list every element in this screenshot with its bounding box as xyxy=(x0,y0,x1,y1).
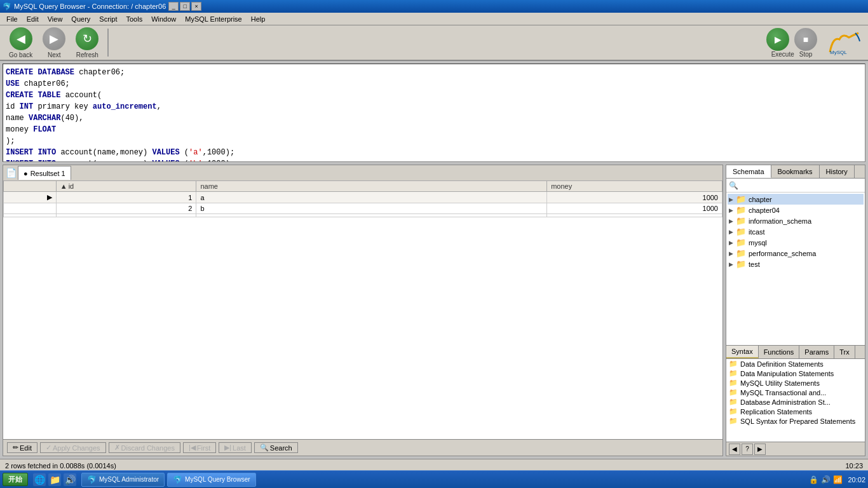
folder-icon-replication: 📁 xyxy=(729,407,738,416)
menu-file[interactable]: File xyxy=(3,14,22,24)
search-button[interactable]: 🔍 Search xyxy=(254,442,298,453)
stop-button[interactable]: ■ xyxy=(794,28,817,51)
tree-arrow-chapter04: ▶ xyxy=(729,207,733,214)
schema-item-performance-schema[interactable]: ▶ 📁 performance_schema xyxy=(728,248,864,259)
tab-schemata[interactable]: Schemata xyxy=(726,165,771,178)
table-row: 2 b 1000 xyxy=(4,203,722,214)
taskbar-icon-1[interactable]: 🌐 xyxy=(33,473,46,486)
syntax-item-mysql-utility[interactable]: 📁 MySQL Utility Statements xyxy=(726,378,865,388)
syntax-prev-button[interactable]: ◀ xyxy=(729,444,740,455)
syntax-item-mysql-transactional[interactable]: 📁 MySQL Transactional and... xyxy=(726,388,865,397)
schema-search-input[interactable] xyxy=(740,182,864,189)
syntax-more-button[interactable]: ▶ xyxy=(754,444,766,455)
folder-icon-mysql: 📁 xyxy=(736,238,746,247)
discard-icon: ✗ xyxy=(114,444,120,452)
go-back-icon: ◀ xyxy=(10,27,32,50)
results-area: 📄 ● Resultset 1 ▲id xyxy=(3,165,865,456)
syntax-list[interactable]: 📁 Data Definition Statements 📁 Data Mani… xyxy=(726,359,865,442)
minimize-button[interactable]: _ xyxy=(168,2,179,11)
menu-query[interactable]: Query xyxy=(67,14,94,24)
folder-icon-perf-schema: 📁 xyxy=(736,248,746,258)
toolbar-separator xyxy=(107,29,109,57)
close-button[interactable]: × xyxy=(191,2,201,11)
syntax-item-dds[interactable]: 📁 Data Definition Statements xyxy=(726,359,865,369)
schema-item-itcast[interactable]: ▶ 📁 itcast xyxy=(728,226,864,237)
resultset-tab[interactable]: ● Resultset 1 xyxy=(18,166,71,180)
stop-label: Stop xyxy=(799,51,813,58)
apply-changes-button[interactable]: ✓ Apply Changes xyxy=(40,442,106,453)
refresh-icon: ↻ xyxy=(76,27,98,50)
menu-tools[interactable]: Tools xyxy=(122,14,146,24)
menu-window[interactable]: Window xyxy=(147,14,180,24)
window-controls: _ □ × xyxy=(168,2,201,11)
syntax-next-button[interactable]: ? xyxy=(742,444,753,455)
col-money[interactable]: money xyxy=(547,181,722,192)
syntax-item-dms[interactable]: 📁 Data Manipulation Statements xyxy=(726,369,865,378)
syntax-item-sql-prepared[interactable]: 📁 SQL Syntax for Prepared Statements xyxy=(726,416,865,426)
table-row: ▶ 1 a 1000 xyxy=(4,192,722,203)
schema-tree[interactable]: ▶ 📁 chapter ▶ 📁 chapter04 ▶ 📁 informatio… xyxy=(726,193,865,345)
syntax-item-db-admin[interactable]: 📁 Database Administration St... xyxy=(726,397,865,407)
syntax-tabs: Syntax Functions Params Trx xyxy=(726,346,865,359)
cell-id: 2 xyxy=(56,203,196,214)
taskbar-icon-2[interactable]: 📁 xyxy=(48,473,61,486)
menu-edit[interactable]: Edit xyxy=(23,14,43,24)
resultset-tabs: 📄 ● Resultset 1 xyxy=(3,165,722,180)
folder-icon-chapter04: 📁 xyxy=(736,205,746,215)
result-toolbar: ✏ Edit ✓ Apply Changes ✗ Discard Changes… xyxy=(3,439,722,456)
schema-item-chapter04[interactable]: ▶ 📁 chapter04 xyxy=(728,205,864,215)
edit-button[interactable]: ✏ Edit xyxy=(7,442,37,453)
tree-arrow-mysql: ▶ xyxy=(729,240,733,246)
syntax-item-replication[interactable]: 📁 Replication Statements xyxy=(726,407,865,416)
menu-view[interactable]: View xyxy=(44,14,67,24)
schema-item-information-schema[interactable]: ▶ 📁 information_schema xyxy=(728,215,864,226)
schema-item-chapter[interactable]: ▶ 📁 chapter xyxy=(728,194,864,205)
first-button[interactable]: |◀ First xyxy=(183,442,216,453)
col-name[interactable]: name xyxy=(196,181,547,192)
schema-item-test[interactable]: ▶ 📁 test xyxy=(728,259,864,269)
schema-item-mysql[interactable]: ▶ 📁 mysql xyxy=(728,237,864,248)
new-tab-icon[interactable]: 📄 xyxy=(6,168,17,178)
menu-script[interactable]: Script xyxy=(95,14,121,24)
tab-bookmarks[interactable]: Bookmarks xyxy=(771,165,820,178)
go-back-button[interactable]: ◀ Go back xyxy=(5,26,36,60)
col-rownum xyxy=(4,181,57,192)
refresh-button[interactable]: ↻ Refresh xyxy=(72,26,102,60)
window-title: MySQL Query Browser - Connection: / chap… xyxy=(14,3,166,10)
first-icon: |◀ xyxy=(189,444,196,452)
stop-icon: ■ xyxy=(794,28,817,51)
sql-editor[interactable]: CREATE DATABASE chapter06; USE chapter06… xyxy=(3,64,865,162)
cell-money: 1000 xyxy=(547,203,722,214)
next-button[interactable]: ▶ Next xyxy=(39,26,69,60)
schema-tabs: Schemata Bookmarks History xyxy=(726,165,865,179)
last-button[interactable]: ▶| Last xyxy=(219,442,252,453)
taskbar-right: 🔒 🔊 📶 20:02 xyxy=(809,475,865,484)
row-arrow-cell xyxy=(4,203,57,214)
menu-help[interactable]: Help xyxy=(247,14,269,24)
tab-functions[interactable]: Functions xyxy=(759,346,800,358)
mysql-admin-taskbar-btn[interactable]: 🐬 MySQL Administrator xyxy=(81,473,165,487)
tab-history[interactable]: History xyxy=(820,165,855,178)
start-button[interactable]: 开始 xyxy=(3,473,28,486)
sys-tray: 🔒 🔊 📶 xyxy=(809,475,843,484)
execute-button[interactable]: ▶ xyxy=(766,28,789,51)
maximize-button[interactable]: □ xyxy=(180,2,190,11)
tab-params[interactable]: Params xyxy=(799,346,834,358)
col-id[interactable]: ▲id xyxy=(56,181,196,192)
resultset-tab-label: Resultset 1 xyxy=(31,170,65,177)
main-content: CREATE DATABASE chapter06; USE chapter06… xyxy=(0,61,868,459)
tree-arrow-chapter: ▶ xyxy=(729,196,733,203)
menu-mysql-enterprise[interactable]: MySQL Enterprise xyxy=(181,14,245,24)
mysql-query-taskbar-btn[interactable]: 🐬 MySQL Query Browser xyxy=(167,473,255,487)
result-table-container[interactable]: ▲id name money ▶ 1 xyxy=(3,180,722,439)
tab-trx[interactable]: Trx xyxy=(834,346,855,358)
tab-syntax[interactable]: Syntax xyxy=(726,346,759,358)
cell-name: b xyxy=(196,203,547,214)
schema-search-icon: 🔍 xyxy=(728,181,740,190)
status-text: 2 rows fetched in 0.0088s (0.0014s) xyxy=(5,462,116,470)
taskbar-icon-3[interactable]: 🔊 xyxy=(64,473,76,486)
discard-changes-button[interactable]: ✗ Discard Changes xyxy=(109,442,180,453)
folder-icon-info-schema: 📁 xyxy=(736,216,746,226)
mysql-logo: MySQL xyxy=(825,29,863,57)
refresh-label: Refresh xyxy=(76,51,98,58)
